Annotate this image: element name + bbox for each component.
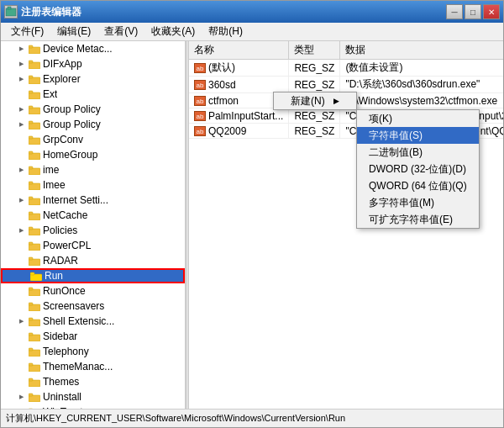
tree-item[interactable]: Run bbox=[1, 268, 185, 283]
cell-name: abQQ2009 bbox=[189, 124, 289, 139]
folder-icon bbox=[28, 346, 41, 357]
title-bar-left: 注册表编辑器 bbox=[4, 5, 81, 19]
tree-item-label: ThemeManac... bbox=[43, 361, 113, 373]
tree-expander-icon bbox=[14, 177, 28, 193]
svg-rect-47 bbox=[29, 378, 33, 381]
tree-item[interactable]: Internet Setti... bbox=[1, 193, 185, 208]
folder-icon bbox=[28, 73, 41, 85]
tree-item[interactable]: HomeGroup bbox=[1, 147, 185, 162]
tree-expander-icon[interactable] bbox=[14, 193, 28, 208]
tree-expander-icon[interactable] bbox=[14, 389, 28, 404]
title-bar: 注册表编辑器 ─ □ ✕ bbox=[1, 1, 503, 23]
tree-item[interactable]: Screensavers bbox=[1, 299, 185, 314]
tree-expander-icon[interactable] bbox=[14, 56, 28, 71]
tree-expander-icon[interactable] bbox=[14, 71, 28, 87]
folder-icon bbox=[28, 119, 41, 130]
folder-icon bbox=[28, 315, 41, 327]
tree-item-label: DIFxApp bbox=[43, 58, 82, 70]
svg-rect-3 bbox=[29, 45, 33, 48]
folder-icon bbox=[28, 330, 41, 342]
col-type[interactable]: 类型 bbox=[289, 41, 340, 60]
table-row[interactable]: ab(默认)REG_SZ(数值未设置) bbox=[189, 60, 503, 77]
close-button[interactable]: ✕ bbox=[483, 4, 500, 19]
window-title: 注册表编辑器 bbox=[21, 5, 81, 19]
tree-item[interactable]: GrpConv bbox=[1, 132, 185, 147]
col-name[interactable]: 名称 bbox=[189, 41, 289, 60]
tree-item-label: Device Metac... bbox=[43, 43, 113, 55]
cell-name: abPalmInputStart... bbox=[189, 108, 289, 124]
menu-bar: 文件(F) 编辑(E) 查看(V) 收藏夹(A) 帮助(H) bbox=[1, 23, 503, 41]
submenu-item[interactable]: 项(K) bbox=[357, 110, 479, 127]
svg-rect-5 bbox=[29, 61, 33, 63]
submenu-item[interactable]: 字符串值(S) bbox=[357, 127, 479, 144]
tree-item[interactable]: Imee bbox=[1, 177, 185, 193]
tree-item[interactable]: Explorer bbox=[1, 71, 185, 87]
tree-item[interactable]: NetCache bbox=[1, 208, 185, 223]
folder-icon bbox=[28, 240, 41, 251]
tree-item[interactable]: Group Policy bbox=[1, 102, 185, 117]
tree-expander-icon bbox=[14, 238, 28, 253]
tree-item[interactable]: PowerCPL bbox=[1, 238, 185, 253]
menu-file[interactable]: 文件(F) bbox=[4, 23, 50, 40]
cell-data: C:\Windows\system32\ctfmon.exe bbox=[340, 93, 503, 108]
cell-type: REG_SZ bbox=[289, 77, 340, 93]
tree-item[interactable]: ime bbox=[1, 162, 185, 177]
submenu-item[interactable]: 可扩充字符串值(E) bbox=[357, 211, 479, 228]
tree-expander-icon[interactable] bbox=[14, 117, 28, 132]
menu-favorites[interactable]: 收藏夹(A) bbox=[144, 23, 202, 40]
col-data[interactable]: 数据 bbox=[340, 41, 503, 60]
folder-icon bbox=[29, 270, 43, 282]
menu-help[interactable]: 帮助(H) bbox=[202, 23, 249, 40]
minimize-button[interactable]: ─ bbox=[446, 4, 463, 19]
tree-item[interactable]: Uninstall bbox=[1, 389, 185, 404]
status-text: 计算机\HKEY_CURRENT_USER\Software\Microsoft… bbox=[6, 412, 345, 425]
tree-item[interactable]: DIFxApp bbox=[1, 56, 185, 71]
tree-item[interactable]: ThemeManac... bbox=[1, 359, 185, 374]
tree-item[interactable]: RunOnce bbox=[1, 283, 185, 299]
maximize-button[interactable]: □ bbox=[465, 4, 481, 19]
submenu-item[interactable]: DWORD (32-位值)(D) bbox=[357, 161, 479, 177]
svg-rect-23 bbox=[29, 197, 33, 199]
menu-edit[interactable]: 编辑(E) bbox=[50, 23, 97, 40]
svg-rect-15 bbox=[29, 136, 33, 139]
tree-item-label: HomeGroup bbox=[43, 149, 97, 161]
tree-expander-icon[interactable] bbox=[14, 162, 28, 177]
context-menu-new[interactable]: 新建(N) ▶ bbox=[274, 92, 356, 109]
svg-rect-33 bbox=[30, 272, 34, 275]
tree-item[interactable]: Telephony bbox=[1, 344, 185, 359]
tree-item[interactable]: Device Metac... bbox=[1, 41, 185, 56]
tree-item[interactable]: Shell Extensic... bbox=[1, 314, 185, 329]
tree-expander-icon bbox=[14, 132, 28, 147]
tree-item-label: Uninstall bbox=[43, 391, 81, 403]
tree-item-label: RunOnce bbox=[43, 285, 86, 297]
svg-rect-37 bbox=[29, 303, 33, 305]
folder-icon bbox=[28, 300, 41, 312]
title-buttons: ─ □ ✕ bbox=[446, 4, 500, 19]
tree-item[interactable]: Ext bbox=[1, 87, 185, 102]
tree-item[interactable]: Group Policy bbox=[1, 117, 185, 132]
tree-expander-icon[interactable] bbox=[14, 223, 28, 238]
submenu-item[interactable]: QWORD (64 位值)(Q) bbox=[357, 177, 479, 194]
svg-rect-25 bbox=[29, 212, 33, 214]
svg-rect-29 bbox=[29, 242, 33, 245]
cell-name: ab(默认) bbox=[189, 60, 289, 77]
submenu-item[interactable]: 多字符串值(M) bbox=[357, 194, 479, 211]
reg-value-icon: ab bbox=[194, 63, 206, 73]
tree-item[interactable]: Policies bbox=[1, 223, 185, 238]
folder-icon bbox=[28, 149, 41, 161]
tree-item-label: RADAR bbox=[43, 255, 78, 267]
reg-value-icon: ab bbox=[194, 96, 206, 106]
table-row[interactable]: ab360sdREG_SZ"D:\系统\360sd\360sdrun.exe" bbox=[189, 77, 503, 93]
tree-expander-icon[interactable] bbox=[14, 102, 28, 117]
tree-item[interactable]: RADAR bbox=[1, 253, 185, 268]
cell-type: REG_SZ bbox=[289, 108, 340, 124]
menu-view[interactable]: 查看(V) bbox=[97, 23, 144, 40]
tree-expander-icon[interactable] bbox=[14, 314, 28, 329]
submenu-item[interactable]: 二进制值(B) bbox=[357, 144, 479, 161]
tree-expander-icon bbox=[14, 359, 28, 374]
tree-item[interactable]: Sidebar bbox=[1, 329, 185, 344]
tree-expander-icon[interactable] bbox=[14, 41, 28, 56]
tree-panel: Device Metac... DIFxApp Explorer Ext Gro… bbox=[1, 41, 186, 409]
tree-item-label: Internet Setti... bbox=[43, 194, 108, 206]
tree-item[interactable]: Themes bbox=[1, 374, 185, 389]
